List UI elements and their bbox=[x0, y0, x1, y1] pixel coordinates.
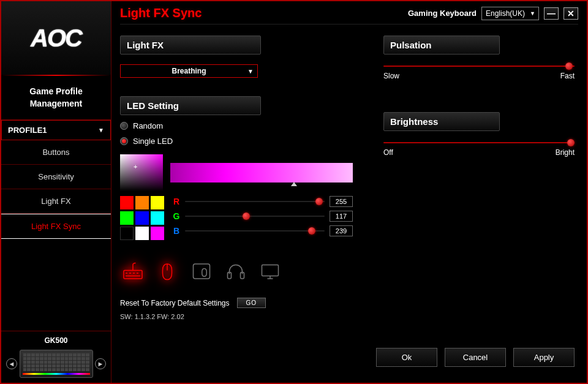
g-value[interactable]: 117 bbox=[330, 211, 353, 222]
brightness-min-label: Off bbox=[383, 148, 393, 157]
chevron-down-icon: ▼ bbox=[247, 68, 254, 75]
keyboard-icon[interactable] bbox=[120, 258, 146, 284]
reset-go-button[interactable]: GO bbox=[237, 298, 266, 308]
chevron-down-icon: ▼ bbox=[530, 10, 535, 17]
pulsation-max-label: Fast bbox=[560, 72, 575, 80]
svg-rect-0 bbox=[124, 271, 142, 279]
sidebar-item-sensitivity[interactable]: Sensitivity bbox=[1, 165, 111, 189]
light-fx-mode-label: Breathing bbox=[172, 67, 206, 75]
pulsation-header: Pulsation bbox=[383, 36, 500, 55]
brand-logo: AOC bbox=[1, 1, 111, 75]
swatch-blue[interactable] bbox=[135, 211, 149, 225]
profile-select[interactable]: PROFILE1 ▼ bbox=[1, 120, 111, 140]
b-slider[interactable] bbox=[185, 230, 325, 232]
game-profile-management[interactable]: Game Profile Management bbox=[1, 76, 111, 120]
light-fx-mode-select[interactable]: Breathing ▼ bbox=[120, 64, 258, 78]
color-swatches bbox=[120, 196, 164, 240]
pulsation-min-label: Slow bbox=[383, 72, 399, 80]
color-saturation-value[interactable]: + bbox=[120, 154, 163, 191]
r-slider[interactable] bbox=[185, 201, 325, 202]
cancel-button[interactable]: Cancel bbox=[445, 348, 506, 367]
brightness-max-label: Bright bbox=[556, 148, 575, 157]
page-title: Light FX Sync bbox=[120, 6, 202, 20]
radio-random-label: Random bbox=[133, 121, 163, 130]
sidebar-item-light-fx-sync[interactable]: Light FX Sync bbox=[1, 214, 111, 239]
monitor-icon[interactable] bbox=[257, 258, 283, 284]
reset-label: Reset To Factory Default Settings bbox=[120, 299, 230, 307]
radio-icon bbox=[120, 122, 128, 130]
radio-single-label: Single LED bbox=[133, 137, 173, 146]
hue-thumb-icon bbox=[291, 182, 297, 186]
swatch-orange[interactable] bbox=[135, 196, 149, 209]
pulsation-slider[interactable] bbox=[383, 66, 575, 67]
crosshair-icon: + bbox=[134, 163, 137, 170]
radio-single-led[interactable]: Single LED bbox=[120, 137, 353, 146]
brightness-slider[interactable] bbox=[383, 142, 575, 143]
radio-random[interactable]: Random bbox=[120, 121, 353, 130]
svg-rect-10 bbox=[262, 265, 279, 276]
swatch-black[interactable] bbox=[120, 227, 134, 240]
apply-button[interactable]: Apply bbox=[513, 348, 575, 367]
device-name: Gaming Keyboard bbox=[408, 9, 477, 18]
swatch-white[interactable] bbox=[135, 227, 149, 240]
sidebar-item-buttons[interactable]: Buttons bbox=[1, 140, 111, 165]
swatch-red[interactable] bbox=[120, 196, 134, 209]
hue-slider[interactable] bbox=[170, 163, 353, 183]
b-label: B bbox=[173, 226, 180, 236]
next-device-button[interactable]: ► bbox=[95, 358, 106, 369]
g-slider[interactable] bbox=[185, 216, 325, 217]
led-setting-header: LED Setting bbox=[120, 96, 261, 115]
swatch-green[interactable] bbox=[120, 211, 134, 225]
profile-selected-label: PROFILE1 bbox=[8, 126, 47, 135]
chevron-down-icon: ▼ bbox=[98, 127, 104, 134]
mousepad-icon[interactable] bbox=[189, 258, 214, 284]
main-panel: Light FX Sync Gaming Keyboard English(UK… bbox=[111, 1, 587, 383]
radio-icon bbox=[120, 137, 128, 145]
r-value[interactable]: 255 bbox=[330, 196, 353, 207]
device-model: GK500 bbox=[1, 331, 111, 347]
swatch-magenta[interactable] bbox=[151, 227, 164, 240]
ok-button[interactable]: Ok bbox=[376, 348, 437, 367]
prev-device-button[interactable]: ◄ bbox=[6, 358, 17, 369]
r-label: R bbox=[173, 197, 180, 206]
minimize-button[interactable]: — bbox=[544, 7, 559, 20]
headset-icon[interactable] bbox=[223, 258, 249, 284]
version-text: SW: 1.1.3.2 FW: 2.02 bbox=[120, 313, 353, 320]
sidebar: AOC Game Profile Management PROFILE1 ▼ B… bbox=[1, 1, 111, 383]
light-fx-header: Light FX bbox=[120, 36, 261, 55]
b-value[interactable]: 239 bbox=[330, 225, 353, 236]
swatch-cyan[interactable] bbox=[151, 211, 164, 225]
device-thumbnail[interactable] bbox=[20, 350, 93, 378]
close-button[interactable]: ✕ bbox=[564, 7, 578, 20]
svg-rect-7 bbox=[194, 264, 210, 279]
g-label: G bbox=[173, 211, 180, 221]
language-selected-label: English(UK) bbox=[486, 9, 525, 18]
swatch-yellow[interactable] bbox=[151, 196, 164, 209]
sidebar-item-light-fx[interactable]: Light FX bbox=[1, 189, 111, 214]
mouse-icon[interactable] bbox=[154, 258, 180, 284]
language-select[interactable]: English(UK) ▼ bbox=[481, 7, 539, 20]
brightness-header: Brightness bbox=[383, 112, 500, 131]
